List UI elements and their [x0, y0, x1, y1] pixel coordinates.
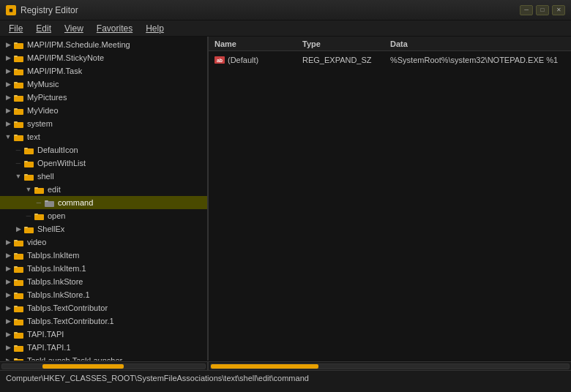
- folder-icon: [13, 330, 25, 339]
- status-text: Computer\HKEY_CLASSES_ROOT\SystemFileAss…: [6, 374, 309, 382]
- expander-icon: ─: [23, 211, 34, 221]
- tree-item-system[interactable]: ▶ system: [0, 117, 207, 130]
- tree-item-myvideo[interactable]: ▶ MyVideo: [0, 104, 207, 117]
- tree-item-tablps-textcontrib1[interactable]: ▶ TabIps.TextContributor.1: [0, 314, 207, 328]
- folder-icon: [34, 211, 45, 220]
- folder-icon: [13, 132, 25, 141]
- tree-item-command[interactable]: ─ command: [0, 196, 207, 209]
- svg-rect-20: [24, 175, 34, 181]
- tree-item-defaulticon[interactable]: ─ DefaultIcon: [0, 143, 207, 157]
- tree-item-mymusic[interactable]: ▶ MyMusic: [0, 78, 207, 91]
- menu-help[interactable]: Help: [140, 22, 170, 35]
- minimize-button[interactable]: [520, 5, 533, 15]
- folder-icon: [13, 93, 25, 102]
- detail-cell-name: ab (Default): [214, 56, 302, 64]
- tree-item-tapi-tapi[interactable]: ▶ TAPI.TAPI: [0, 328, 207, 341]
- folder-icon: [23, 225, 35, 233]
- expander-icon: ▶: [3, 105, 13, 116]
- detail-rows[interactable]: ab (Default) REG_EXPAND_SZ %SystemRoot%\…: [209, 51, 571, 361]
- svg-rect-18: [24, 162, 34, 167]
- tree-item-tablps-textcontrib[interactable]: ▶ TabIps.TextContributor: [0, 301, 207, 314]
- expander-icon: ▶: [13, 224, 23, 234]
- svg-rect-3: [14, 56, 18, 57]
- folder-icon: [13, 53, 25, 62]
- svg-rect-49: [14, 358, 18, 360]
- svg-rect-34: [14, 267, 23, 273]
- tree-item-tablps-inkitem[interactable]: ▶ TabIps.InkItem: [0, 249, 207, 262]
- tree-item-mapi-schedule[interactable]: ▶ MAPI/IPM.Schedule.Meeting: [0, 38, 207, 51]
- reg-value-icon: ab: [214, 56, 225, 64]
- svg-rect-12: [14, 122, 23, 128]
- svg-rect-0: [14, 43, 23, 49]
- menu-favorites[interactable]: Favorites: [91, 22, 138, 35]
- menu-file[interactable]: File: [3, 22, 29, 35]
- expander-icon: ▶: [3, 329, 13, 339]
- tree-item-tablps-inkstore[interactable]: ▶ TabIps.InkStore: [0, 275, 207, 288]
- folder-icon: [13, 356, 25, 361]
- tree-item-edit[interactable]: ▼ edit: [0, 183, 207, 196]
- expander-icon: ▶: [3, 290, 13, 300]
- tree-item-mypictures[interactable]: ▶ MyPictures: [0, 91, 207, 104]
- window-controls: [520, 5, 565, 15]
- tree-item-tapi-tapi1[interactable]: ▶ TAPI.TAPI.1: [0, 341, 207, 354]
- menu-edit[interactable]: Edit: [30, 22, 57, 35]
- detail-row-default[interactable]: ab (Default) REG_EXPAND_SZ %SystemRoot%\…: [209, 53, 571, 67]
- tree-item-open[interactable]: ─ open: [0, 209, 207, 222]
- maximize-button[interactable]: [536, 5, 549, 15]
- svg-rect-2: [14, 56, 23, 62]
- tree-item-openwithlist[interactable]: ─ OpenWithList: [0, 157, 207, 170]
- expander-icon: ▶: [3, 263, 13, 274]
- expander-icon: ▶: [3, 303, 13, 313]
- svg-rect-1: [14, 42, 18, 44]
- folder-icon: [34, 185, 45, 194]
- svg-rect-5: [14, 69, 18, 70]
- expander-icon: ▶: [3, 250, 13, 260]
- svg-rect-38: [14, 293, 23, 299]
- col-header-type: Type: [302, 39, 390, 48]
- tree-item-shell[interactable]: ▼ shell: [0, 170, 207, 183]
- tree-item-video[interactable]: ▶ video: [0, 235, 207, 249]
- tree-item-shellex[interactable]: ▶ ShellEx: [0, 222, 207, 235]
- svg-rect-29: [24, 227, 28, 228]
- folder-icon: [13, 251, 25, 260]
- svg-rect-15: [14, 135, 18, 136]
- expander-icon: ▶: [3, 276, 13, 287]
- svg-rect-9: [14, 95, 18, 97]
- folder-icon: [13, 119, 25, 128]
- svg-rect-6: [14, 83, 23, 88]
- folder-icon: [13, 277, 25, 286]
- svg-rect-14: [14, 135, 23, 141]
- tree-item-tablps-inkitem1[interactable]: ▶ TabIps.InkItem.1: [0, 262, 207, 275]
- folder-icon: [44, 198, 56, 207]
- detail-pane: Name Type Data ab (Default) REG_EXPAND_S…: [209, 37, 571, 361]
- svg-rect-8: [14, 96, 23, 102]
- svg-rect-21: [24, 174, 28, 176]
- svg-rect-42: [14, 320, 23, 325]
- menu-view[interactable]: View: [59, 22, 89, 35]
- expander-icon: ▶: [3, 66, 13, 76]
- detail-header: Name Type Data: [209, 37, 571, 51]
- tree-item-tasklaunch[interactable]: ▶ TaskLaunch.TaskLauncher: [0, 354, 207, 361]
- tree-item-text[interactable]: ▼ text: [0, 130, 207, 143]
- expander-icon: ▶: [3, 342, 13, 353]
- expander-icon: ▶: [3, 39, 13, 50]
- close-button[interactable]: [552, 5, 565, 15]
- svg-rect-43: [14, 319, 18, 320]
- folder-icon: [23, 159, 35, 167]
- svg-rect-19: [24, 161, 28, 162]
- tree-item-tablps-inkstore1[interactable]: ▶ TabIps.InkStore.1: [0, 288, 207, 301]
- tree-item-mapi-task[interactable]: ▶ MAPI/IPM.Task: [0, 64, 207, 78]
- detail-cell-type: REG_EXPAND_SZ: [302, 56, 390, 64]
- detail-cell-data: %SystemRoot%\system32\NOTEPAD.EXE %1: [390, 56, 565, 64]
- tree-item-mapi-sticky[interactable]: ▶ MAPI/IPM.StickyNote: [0, 51, 207, 64]
- svg-rect-33: [14, 253, 18, 255]
- svg-rect-35: [14, 266, 18, 268]
- tree-scroll[interactable]: ▶ MAPI/IPM.Schedule.Meeting ▶: [0, 37, 207, 361]
- svg-rect-30: [14, 241, 23, 246]
- svg-rect-40: [14, 306, 23, 312]
- expander-icon: ▼: [13, 171, 23, 181]
- svg-rect-37: [14, 279, 18, 281]
- folder-icon: [23, 146, 35, 154]
- svg-rect-23: [34, 187, 38, 189]
- svg-rect-11: [14, 108, 18, 110]
